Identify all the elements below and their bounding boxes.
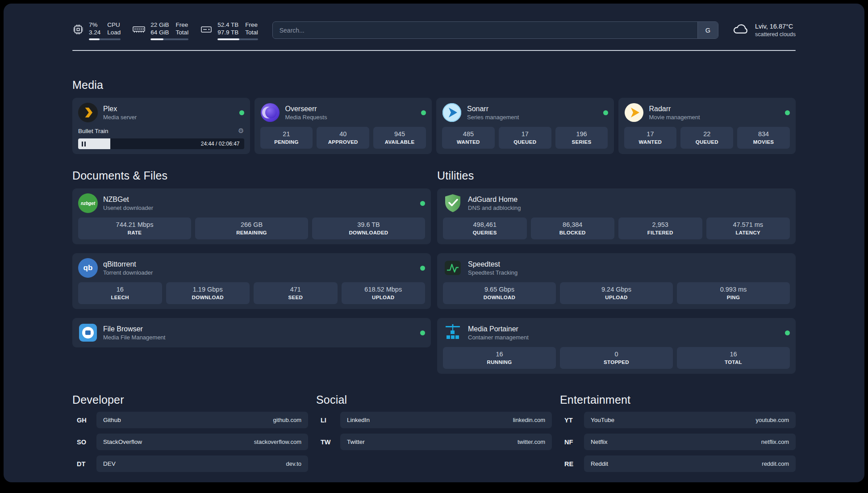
bookmark-dev[interactable]: DT DEV dev.to [72, 455, 308, 472]
bookmark-netflix[interactable]: NF Netflix netflix.com [560, 434, 796, 450]
plex-icon [78, 103, 98, 122]
dashboard: 7% 3.24 CPU Load [4, 4, 864, 482]
ram-icon [132, 24, 146, 40]
stat-approved: 40 APPROVED [317, 127, 369, 149]
stat-seed: 471 SEED [254, 282, 338, 304]
sonarr-icon [442, 103, 462, 122]
app-card-radarr[interactable]: Radarr Movie management 17 WANTED 22 QUE… [618, 98, 796, 154]
disk-widget: 52.4 TB 97.9 TB Free Total [200, 21, 258, 40]
stat-queued: 22 QUEUED [680, 127, 733, 149]
app-desc: Media Requests [285, 114, 327, 121]
bookmark-pill: Github github.com [96, 412, 308, 428]
app-desc: Container management [468, 334, 529, 341]
overseerr-icon [260, 103, 280, 122]
bookmark-url: netflix.com [761, 439, 789, 445]
bookmark-name: Netflix [591, 439, 608, 445]
portainer-icon [443, 323, 463, 343]
search-engine-button[interactable]: G [697, 22, 718, 38]
cloud-icon [732, 22, 750, 38]
playback-progress-bar[interactable]: 24:44 / 02:06:47 [78, 138, 244, 149]
bookmark-reddit[interactable]: RE Reddit reddit.com [560, 455, 796, 472]
disk-free: 52.4 TB [217, 21, 238, 28]
bookmark-youtube[interactable]: YT YouTube youtube.com [560, 412, 796, 428]
ram-usage-bar [150, 38, 188, 40]
search-input[interactable] [273, 22, 697, 38]
cpu-load-label: Load [107, 29, 121, 36]
ram-widget: 22 GiB 64 GiB Free Total [132, 21, 188, 40]
cpu-load-avg: 3.24 [89, 29, 100, 36]
app-card-nzbget[interactable]: nzbget NZBGet Usenet downloader 744.21 M… [72, 188, 431, 244]
stat-wanted: 485 WANTED [442, 127, 495, 149]
app-name: Media Portainer [468, 325, 529, 333]
bookmark-name: Reddit [591, 460, 608, 467]
bookmark-pill: Twitter twitter.com [340, 434, 552, 450]
app-name: Sonarr [467, 104, 519, 113]
app-card-overseerr[interactable]: Overseerr Media Requests 21 PENDING 40 A… [255, 98, 432, 154]
header-divider [72, 50, 796, 51]
pause-icon[interactable] [82, 142, 86, 146]
nzbget-icon: nzbget [78, 193, 98, 213]
app-card-filebrowser[interactable]: File Browser Media File Management [72, 318, 431, 347]
stat-remaining: 266 GB REMAINING [195, 217, 308, 239]
top-bar: 7% 3.24 CPU Load [72, 4, 796, 40]
stat-leech: 16 LEECH [78, 282, 162, 304]
stat-available: 945 AVAILABLE [373, 127, 426, 149]
stat-download: 9.65 Gbps DOWNLOAD [443, 282, 556, 304]
app-card-portainer[interactable]: Media Portainer Container management 16 … [437, 318, 796, 374]
bookmark-name: DEV [103, 460, 116, 467]
status-dot [420, 201, 425, 206]
bookmark-name: StackOverflow [103, 439, 142, 445]
ram-free-label: Free [176, 21, 189, 28]
stat-pending: 21 PENDING [260, 127, 313, 149]
app-desc: Torrent downloader [103, 269, 153, 276]
bookmark-github[interactable]: GH Github github.com [72, 412, 308, 428]
status-dot [785, 330, 790, 335]
app-card-sonarr[interactable]: Sonarr Series management 485 WANTED 17 Q… [436, 98, 614, 154]
bookmark-pill: YouTube youtube.com [584, 412, 796, 428]
stat-upload: 618.52 Mbps UPLOAD [342, 282, 426, 304]
cpu-usage-bar [89, 38, 121, 40]
app-card-plex[interactable]: Plex Media server Bullet Train ⚙ 24:44 /… [72, 98, 250, 154]
app-desc: Speedtest Tracking [468, 269, 517, 276]
bookmark-abbr: NF [560, 439, 584, 446]
app-card-speedtest[interactable]: Speedtest Speedtest Tracking 9.65 Gbps D… [437, 253, 796, 309]
stat-queued: 17 QUEUED [499, 127, 551, 149]
section-entertainment: Entertainment YT YouTube youtube.com NF … [560, 393, 796, 472]
section-title-documents: Documents & Files [72, 169, 431, 182]
app-desc: Usenet downloader [103, 205, 153, 211]
bookmark-url: dev.to [286, 460, 301, 467]
stat-ping: 0.993 ms PING [677, 282, 790, 304]
adguard-icon [443, 193, 463, 213]
app-card-qbittorrent[interactable]: qb qBittorrent Torrent downloader 16 LEE… [72, 253, 431, 309]
bookmark-twitter[interactable]: TW Twitter twitter.com [316, 434, 552, 450]
app-name: NZBGet [103, 195, 153, 204]
bookmark-url: youtube.com [756, 417, 789, 423]
disk-icon [200, 24, 213, 40]
stat-filtered: 2,953 FILTERED [618, 217, 702, 239]
bookmark-abbr: DT [72, 460, 96, 468]
bookmark-name: Twitter [347, 439, 365, 445]
bookmark-abbr: TW [316, 439, 340, 446]
bookmark-linkedin[interactable]: LI LinkedIn linkedin.com [316, 412, 552, 428]
app-desc: Media File Management [103, 334, 165, 341]
bookmark-pill: StackOverflow stackoverflow.com [96, 434, 308, 450]
app-card-adguard[interactable]: AdGuard Home DNS and adblocking 498,461 … [437, 188, 796, 244]
radarr-icon [624, 103, 644, 122]
status-dot [420, 330, 425, 335]
stat-movies: 834 MOVIES [737, 127, 790, 149]
filebrowser-icon [78, 323, 98, 343]
gear-icon[interactable]: ⚙ [238, 127, 244, 135]
bookmark-pill: LinkedIn linkedin.com [340, 412, 552, 428]
bookmark-pill: Netflix netflix.com [584, 434, 796, 450]
app-name: Radarr [649, 104, 700, 113]
bookmark-pill: DEV dev.to [96, 455, 308, 472]
app-name: File Browser [103, 325, 165, 333]
section-documents: Documents & Files nzbget NZBGet Usenet d… [72, 169, 431, 374]
status-dot [420, 266, 425, 271]
bookmark-abbr: SO [72, 439, 96, 446]
section-developer: Developer GH Github github.com SO StackO… [72, 393, 308, 472]
app-name: Speedtest [468, 260, 517, 268]
bookmark-stackoverflow[interactable]: SO StackOverflow stackoverflow.com [72, 434, 308, 450]
bookmark-url: stackoverflow.com [254, 439, 301, 445]
bookmark-abbr: GH [72, 417, 96, 424]
